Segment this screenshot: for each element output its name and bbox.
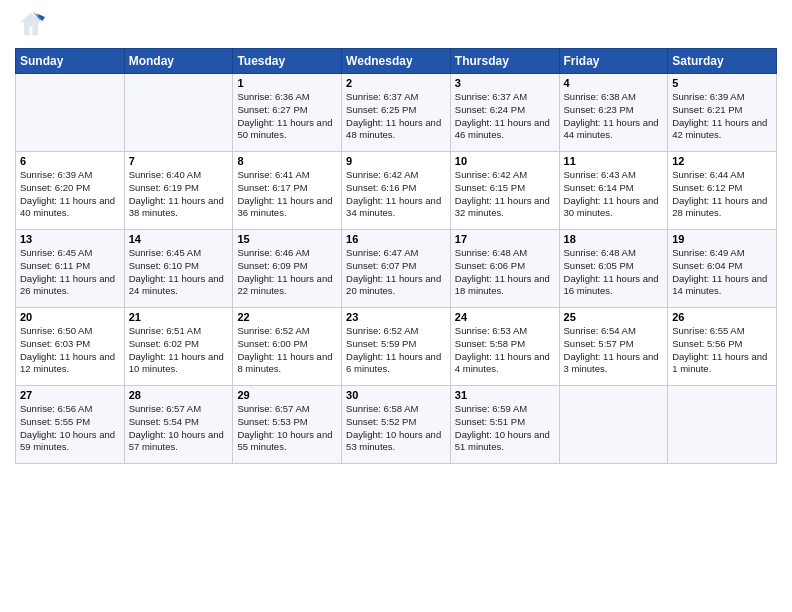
day-info: Sunrise: 6:44 AM Sunset: 6:12 PM Dayligh… [672, 169, 772, 220]
day-number: 8 [237, 155, 337, 167]
calendar-week-2: 6Sunrise: 6:39 AM Sunset: 6:20 PM Daylig… [16, 152, 777, 230]
calendar-week-3: 13Sunrise: 6:45 AM Sunset: 6:11 PM Dayli… [16, 230, 777, 308]
calendar-cell: 1Sunrise: 6:36 AM Sunset: 6:27 PM Daylig… [233, 74, 342, 152]
day-number: 1 [237, 77, 337, 89]
day-number: 16 [346, 233, 446, 245]
calendar-cell: 18Sunrise: 6:48 AM Sunset: 6:05 PM Dayli… [559, 230, 668, 308]
page: SundayMondayTuesdayWednesdayThursdayFrid… [0, 0, 792, 612]
day-info: Sunrise: 6:51 AM Sunset: 6:02 PM Dayligh… [129, 325, 229, 376]
calendar-cell: 3Sunrise: 6:37 AM Sunset: 6:24 PM Daylig… [450, 74, 559, 152]
day-info: Sunrise: 6:56 AM Sunset: 5:55 PM Dayligh… [20, 403, 120, 454]
day-number: 10 [455, 155, 555, 167]
day-number: 29 [237, 389, 337, 401]
day-info: Sunrise: 6:47 AM Sunset: 6:07 PM Dayligh… [346, 247, 446, 298]
day-info: Sunrise: 6:41 AM Sunset: 6:17 PM Dayligh… [237, 169, 337, 220]
calendar-cell: 2Sunrise: 6:37 AM Sunset: 6:25 PM Daylig… [342, 74, 451, 152]
day-info: Sunrise: 6:37 AM Sunset: 6:25 PM Dayligh… [346, 91, 446, 142]
day-info: Sunrise: 6:38 AM Sunset: 6:23 PM Dayligh… [564, 91, 664, 142]
calendar-cell: 13Sunrise: 6:45 AM Sunset: 6:11 PM Dayli… [16, 230, 125, 308]
calendar-cell: 7Sunrise: 6:40 AM Sunset: 6:19 PM Daylig… [124, 152, 233, 230]
calendar-header-row: SundayMondayTuesdayWednesdayThursdayFrid… [16, 49, 777, 74]
logo-icon [17, 10, 45, 38]
logo [15, 10, 45, 42]
calendar-cell [16, 74, 125, 152]
day-number: 22 [237, 311, 337, 323]
day-info: Sunrise: 6:53 AM Sunset: 5:58 PM Dayligh… [455, 325, 555, 376]
day-info: Sunrise: 6:39 AM Sunset: 6:20 PM Dayligh… [20, 169, 120, 220]
calendar-cell: 30Sunrise: 6:58 AM Sunset: 5:52 PM Dayli… [342, 386, 451, 464]
day-number: 26 [672, 311, 772, 323]
day-number: 24 [455, 311, 555, 323]
calendar-cell: 16Sunrise: 6:47 AM Sunset: 6:07 PM Dayli… [342, 230, 451, 308]
day-info: Sunrise: 6:49 AM Sunset: 6:04 PM Dayligh… [672, 247, 772, 298]
calendar-cell: 31Sunrise: 6:59 AM Sunset: 5:51 PM Dayli… [450, 386, 559, 464]
day-info: Sunrise: 6:52 AM Sunset: 5:59 PM Dayligh… [346, 325, 446, 376]
day-number: 9 [346, 155, 446, 167]
header [15, 10, 777, 42]
day-info: Sunrise: 6:43 AM Sunset: 6:14 PM Dayligh… [564, 169, 664, 220]
day-number: 15 [237, 233, 337, 245]
calendar-cell: 29Sunrise: 6:57 AM Sunset: 5:53 PM Dayli… [233, 386, 342, 464]
day-info: Sunrise: 6:59 AM Sunset: 5:51 PM Dayligh… [455, 403, 555, 454]
day-number: 11 [564, 155, 664, 167]
day-number: 21 [129, 311, 229, 323]
calendar-cell: 14Sunrise: 6:45 AM Sunset: 6:10 PM Dayli… [124, 230, 233, 308]
day-info: Sunrise: 6:58 AM Sunset: 5:52 PM Dayligh… [346, 403, 446, 454]
day-number: 31 [455, 389, 555, 401]
calendar-cell: 8Sunrise: 6:41 AM Sunset: 6:17 PM Daylig… [233, 152, 342, 230]
weekday-header-friday: Friday [559, 49, 668, 74]
day-number: 3 [455, 77, 555, 89]
calendar-cell: 24Sunrise: 6:53 AM Sunset: 5:58 PM Dayli… [450, 308, 559, 386]
calendar-cell: 19Sunrise: 6:49 AM Sunset: 6:04 PM Dayli… [668, 230, 777, 308]
calendar-cell: 11Sunrise: 6:43 AM Sunset: 6:14 PM Dayli… [559, 152, 668, 230]
day-info: Sunrise: 6:48 AM Sunset: 6:05 PM Dayligh… [564, 247, 664, 298]
calendar-cell: 12Sunrise: 6:44 AM Sunset: 6:12 PM Dayli… [668, 152, 777, 230]
calendar-cell [124, 74, 233, 152]
weekday-header-thursday: Thursday [450, 49, 559, 74]
day-number: 12 [672, 155, 772, 167]
day-number: 5 [672, 77, 772, 89]
calendar-cell: 21Sunrise: 6:51 AM Sunset: 6:02 PM Dayli… [124, 308, 233, 386]
day-number: 27 [20, 389, 120, 401]
calendar-table: SundayMondayTuesdayWednesdayThursdayFrid… [15, 48, 777, 464]
calendar-cell: 27Sunrise: 6:56 AM Sunset: 5:55 PM Dayli… [16, 386, 125, 464]
day-number: 20 [20, 311, 120, 323]
calendar-week-5: 27Sunrise: 6:56 AM Sunset: 5:55 PM Dayli… [16, 386, 777, 464]
day-number: 25 [564, 311, 664, 323]
calendar-cell: 17Sunrise: 6:48 AM Sunset: 6:06 PM Dayli… [450, 230, 559, 308]
day-info: Sunrise: 6:45 AM Sunset: 6:11 PM Dayligh… [20, 247, 120, 298]
calendar-cell: 20Sunrise: 6:50 AM Sunset: 6:03 PM Dayli… [16, 308, 125, 386]
day-info: Sunrise: 6:40 AM Sunset: 6:19 PM Dayligh… [129, 169, 229, 220]
day-number: 23 [346, 311, 446, 323]
day-info: Sunrise: 6:52 AM Sunset: 6:00 PM Dayligh… [237, 325, 337, 376]
day-info: Sunrise: 6:57 AM Sunset: 5:53 PM Dayligh… [237, 403, 337, 454]
day-info: Sunrise: 6:39 AM Sunset: 6:21 PM Dayligh… [672, 91, 772, 142]
weekday-header-sunday: Sunday [16, 49, 125, 74]
calendar-cell [559, 386, 668, 464]
calendar-cell: 15Sunrise: 6:46 AM Sunset: 6:09 PM Dayli… [233, 230, 342, 308]
calendar-cell: 6Sunrise: 6:39 AM Sunset: 6:20 PM Daylig… [16, 152, 125, 230]
calendar-week-1: 1Sunrise: 6:36 AM Sunset: 6:27 PM Daylig… [16, 74, 777, 152]
weekday-header-wednesday: Wednesday [342, 49, 451, 74]
weekday-header-tuesday: Tuesday [233, 49, 342, 74]
calendar-cell: 9Sunrise: 6:42 AM Sunset: 6:16 PM Daylig… [342, 152, 451, 230]
day-number: 2 [346, 77, 446, 89]
day-info: Sunrise: 6:36 AM Sunset: 6:27 PM Dayligh… [237, 91, 337, 142]
calendar-week-4: 20Sunrise: 6:50 AM Sunset: 6:03 PM Dayli… [16, 308, 777, 386]
day-number: 19 [672, 233, 772, 245]
calendar-cell: 22Sunrise: 6:52 AM Sunset: 6:00 PM Dayli… [233, 308, 342, 386]
day-number: 6 [20, 155, 120, 167]
day-info: Sunrise: 6:37 AM Sunset: 6:24 PM Dayligh… [455, 91, 555, 142]
calendar-cell: 25Sunrise: 6:54 AM Sunset: 5:57 PM Dayli… [559, 308, 668, 386]
day-info: Sunrise: 6:57 AM Sunset: 5:54 PM Dayligh… [129, 403, 229, 454]
day-number: 14 [129, 233, 229, 245]
calendar-cell: 5Sunrise: 6:39 AM Sunset: 6:21 PM Daylig… [668, 74, 777, 152]
day-info: Sunrise: 6:55 AM Sunset: 5:56 PM Dayligh… [672, 325, 772, 376]
calendar-cell: 26Sunrise: 6:55 AM Sunset: 5:56 PM Dayli… [668, 308, 777, 386]
calendar-cell: 4Sunrise: 6:38 AM Sunset: 6:23 PM Daylig… [559, 74, 668, 152]
day-number: 4 [564, 77, 664, 89]
day-number: 17 [455, 233, 555, 245]
calendar-cell [668, 386, 777, 464]
day-info: Sunrise: 6:45 AM Sunset: 6:10 PM Dayligh… [129, 247, 229, 298]
day-info: Sunrise: 6:42 AM Sunset: 6:15 PM Dayligh… [455, 169, 555, 220]
